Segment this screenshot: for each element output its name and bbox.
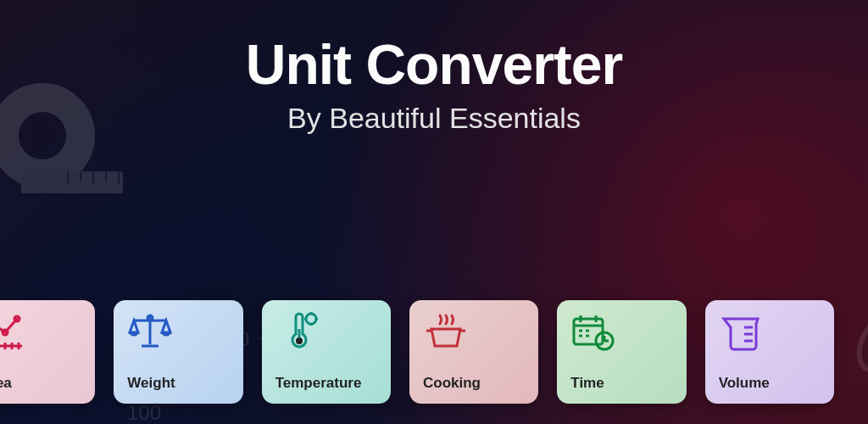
category-card-weight[interactable]: Weight (114, 300, 242, 404)
svg-point-24 (850, 306, 868, 377)
category-card-cooking[interactable]: Cooking (409, 300, 538, 404)
app-subtitle: By Beautiful Essentials (0, 102, 868, 135)
category-label: Weight (127, 375, 229, 392)
thermometer-icon (275, 312, 321, 351)
app-title: Unit Converter (0, 32, 868, 97)
category-strip: Area Weight (0, 300, 834, 404)
svg-line-50 (307, 315, 309, 316)
measuring-cup-icon (719, 312, 765, 351)
area-icon (0, 312, 25, 351)
category-card-temperature[interactable]: Temperature (262, 300, 391, 404)
svg-text:100: 100 (127, 401, 161, 424)
category-label: Time (570, 375, 672, 392)
svg-line-53 (307, 322, 309, 324)
cooking-pot-icon (423, 312, 469, 351)
hero: Unit Converter By Beautiful Essentials (0, 0, 868, 135)
category-label: Area (0, 375, 81, 392)
category-card-area[interactable]: Area (0, 300, 95, 404)
svg-line-52 (314, 315, 315, 316)
category-card-time[interactable]: Time (557, 300, 686, 404)
svg-point-43 (296, 338, 303, 344)
category-label: Volume (719, 375, 821, 392)
category-label: Temperature (275, 375, 377, 392)
scale-icon (127, 312, 173, 351)
calendar-clock-icon (570, 312, 616, 351)
category-card-volume[interactable]: Volume (705, 300, 834, 404)
category-label: Cooking (423, 375, 525, 392)
svg-line-51 (314, 322, 315, 324)
svg-rect-2 (21, 171, 123, 193)
